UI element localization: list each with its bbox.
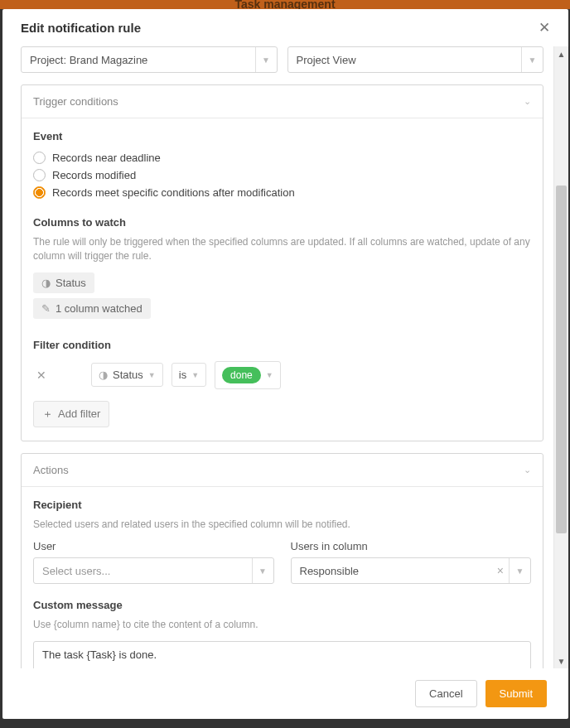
users-in-column-select[interactable]: Responsible × ▼ (291, 557, 532, 584)
users-in-column-value: Responsible (292, 565, 492, 577)
modal-title: Edit notification rule (21, 21, 141, 35)
filter-column-select[interactable]: ◑ Status ▼ (91, 363, 163, 387)
radio-icon (33, 186, 46, 199)
radio-modified[interactable]: Records modified (33, 166, 531, 184)
user-column-label: User (33, 540, 274, 552)
submit-button[interactable]: Submit (485, 680, 547, 707)
watched-column-chip[interactable]: ◑ Status (33, 272, 94, 293)
recipient-hint: Selected users and related users in the … (33, 518, 531, 532)
close-icon[interactable]: ✕ (535, 17, 553, 38)
radio-icon (33, 152, 46, 164)
status-badge: done (222, 367, 261, 383)
columns-watched-summary[interactable]: ✎ 1 column watched (33, 298, 151, 319)
edit-rule-modal: Edit notification rule ✕ Project: Brand … (2, 9, 568, 719)
project-select[interactable]: Project: Brand Magazine ▼ (21, 46, 278, 73)
chevron-down-icon: ▼ (521, 47, 543, 72)
actions-panel: Actions ⌄ Recipient Selected users and r… (21, 453, 543, 668)
columns-to-watch-label: Columns to watch (33, 216, 531, 229)
scrollbar[interactable]: ▲ ▼ (553, 46, 568, 668)
scroll-track[interactable] (554, 61, 568, 653)
cancel-button[interactable]: Cancel (415, 680, 476, 707)
chevron-down-icon: ⌄ (524, 96, 531, 107)
filter-condition-label: Filter condition (33, 339, 531, 351)
chevron-down-icon: ▼ (252, 558, 273, 583)
chevron-down-icon: ▼ (509, 558, 530, 583)
modal-body: Project: Brand Magazine ▼ Project View ▼… (2, 46, 553, 668)
trigger-panel-toggle[interactable]: Trigger conditions ⌄ (22, 85, 543, 118)
custom-message-input[interactable]: The task {Task} is done. (33, 641, 531, 668)
chevron-down-icon: ⌄ (524, 465, 531, 475)
chevron-down-icon: ▼ (148, 371, 156, 379)
modal-header: Edit notification rule ✕ (2, 9, 568, 46)
filter-row: ✕ ◑ Status ▼ is ▼ done ▼ (33, 361, 531, 389)
modal-footer: Cancel Submit (2, 668, 568, 719)
bullet-icon: ◑ (41, 277, 51, 289)
columns-to-watch-hint: The rule will only be triggered when the… (33, 235, 531, 264)
clear-icon[interactable]: × (492, 564, 509, 577)
recipient-label: Recipient (33, 499, 531, 511)
background-page-title: Task management (0, 0, 570, 9)
remove-filter-icon[interactable]: ✕ (33, 369, 83, 382)
chevron-down-icon: ▼ (255, 47, 277, 72)
radio-icon (33, 169, 46, 181)
custom-message-hint: Use {column name} to cite the content of… (33, 618, 531, 632)
add-filter-button[interactable]: ＋ Add filter (33, 401, 109, 427)
filter-value-select[interactable]: done ▼ (215, 361, 281, 389)
plus-icon: ＋ (42, 407, 53, 422)
view-select-value: Project View (288, 54, 522, 66)
user-select[interactable]: Select users... ▼ (33, 557, 274, 584)
scroll-thumb[interactable] (556, 186, 567, 533)
trigger-panel-title: Trigger conditions (33, 95, 118, 108)
event-label: Event (33, 130, 531, 142)
scroll-down-icon[interactable]: ▼ (554, 653, 568, 668)
actions-panel-title: Actions (33, 464, 69, 476)
users-in-column-label: Users in column (291, 540, 532, 552)
actions-panel-toggle[interactable]: Actions ⌄ (22, 454, 543, 487)
filter-operator-select[interactable]: is ▼ (171, 363, 206, 387)
bullet-icon: ◑ (99, 369, 108, 381)
project-select-value: Project: Brand Magazine (22, 54, 255, 66)
scroll-up-icon[interactable]: ▲ (554, 46, 568, 61)
radio-near-deadline[interactable]: Records near deadline (33, 149, 531, 166)
custom-message-label: Custom message (33, 599, 531, 611)
user-select-placeholder: Select users... (34, 565, 252, 577)
chevron-down-icon: ▼ (191, 371, 199, 379)
view-select[interactable]: Project View ▼ (287, 46, 544, 73)
chevron-down-icon: ▼ (266, 371, 273, 379)
radio-meet-conditions[interactable]: Records meet specific conditions after m… (33, 184, 531, 201)
pencil-icon: ✎ (41, 302, 51, 315)
trigger-panel: Trigger conditions ⌄ Event Records near … (21, 84, 543, 441)
